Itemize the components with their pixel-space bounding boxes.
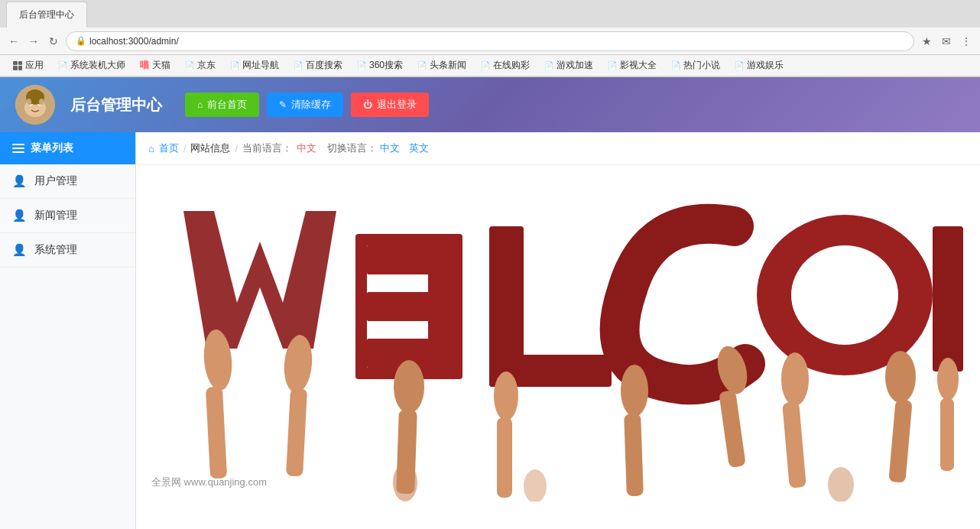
sidebar-item-news-label: 新闻管理 bbox=[34, 209, 77, 222]
doc-icon-6: 📄 bbox=[356, 60, 367, 71]
star-button[interactable]: ★ bbox=[919, 34, 934, 49]
bookmarks-bar: 应用 📄 系统装机大师 喵 天猫 📄 京东 📄 网址导航 📄 百度搜索 📄 36… bbox=[0, 55, 980, 76]
clear-cache-label: 清除缓存 bbox=[291, 98, 331, 112]
bookmark-novel-label: 热门小说 bbox=[683, 59, 720, 72]
bookmark-sysmaster-label: 系统装机大师 bbox=[70, 59, 125, 72]
svg-point-31 bbox=[791, 245, 898, 345]
svg-point-39 bbox=[393, 463, 417, 501]
bookmark-lottery-label: 在线购彩 bbox=[493, 59, 530, 72]
svg-rect-18 bbox=[367, 292, 447, 321]
clear-cache-button[interactable]: ✎ 清除缓存 bbox=[267, 92, 343, 117]
lang-switch-label: 切换语言： bbox=[327, 141, 377, 155]
sidebar-item-system-label: 系统管理 bbox=[34, 243, 77, 257]
breadcrumb-page: 网站信息 bbox=[190, 141, 230, 155]
watermark: 全景网 www.quanjing.com bbox=[151, 475, 267, 489]
bookmark-tmall-label: 天猫 bbox=[152, 59, 170, 72]
svg-point-40 bbox=[524, 469, 547, 501]
bookmark-game-ent-label: 游戏娱乐 bbox=[747, 59, 784, 72]
sidebar-item-news[interactable]: 👤 新闻管理 bbox=[0, 199, 135, 233]
doc-icon-9: 📄 bbox=[544, 60, 554, 71]
bookmark-video[interactable]: 📄 影视大全 bbox=[601, 57, 663, 74]
svg-point-32 bbox=[781, 352, 809, 406]
bookmark-jd-label: 京东 bbox=[197, 59, 216, 72]
breadcrumb-sep-2: / bbox=[235, 143, 238, 154]
address-bar[interactable]: 🔒 localhost:3000/admin/ bbox=[66, 31, 914, 51]
header-buttons: ⌂ 前台首页 ✎ 清除缓存 ⏻ 退出登录 bbox=[185, 92, 429, 117]
logo-avatar bbox=[15, 85, 55, 125]
edit-icon: ✎ bbox=[279, 99, 287, 110]
bookmark-360[interactable]: 📄 360搜索 bbox=[350, 57, 409, 74]
bookmark-game-accel[interactable]: 📄 游戏加速 bbox=[537, 57, 599, 74]
svg-rect-38 bbox=[940, 398, 954, 471]
bookmark-baidu[interactable]: 📄 百度搜索 bbox=[287, 57, 349, 74]
user-icon-2: 👤 bbox=[12, 209, 27, 222]
current-lang: 中文 bbox=[297, 141, 316, 155]
menu-button[interactable]: ⋮ bbox=[959, 34, 974, 49]
refresh-button[interactable]: ↻ bbox=[46, 34, 61, 49]
bookmark-nav-label: 网址导航 bbox=[242, 59, 279, 72]
bookmark-tmall[interactable]: 喵 天猫 bbox=[133, 57, 177, 74]
home-icon: ⌂ bbox=[197, 99, 203, 110]
app-header: 后台管理中心 ⌂ 前台首页 ✎ 清除缓存 ⏻ 退出登录 bbox=[0, 77, 980, 132]
frontend-button[interactable]: ⌂ 前台首页 bbox=[185, 92, 259, 117]
bookmark-apps[interactable]: 应用 bbox=[6, 57, 50, 74]
bookmark-apps-label: 应用 bbox=[25, 59, 44, 72]
bookmark-video-label: 影视大全 bbox=[620, 59, 657, 72]
app-title: 后台管理中心 bbox=[70, 95, 162, 115]
bookmark-button[interactable]: ✉ bbox=[939, 34, 954, 49]
breadcrumb: ⌂ 首页 / 网站信息 / 当前语言： 中文 切换语言： 中文 英文 bbox=[136, 132, 980, 165]
user-icon-3: 👤 bbox=[12, 243, 27, 257]
lang-en-button[interactable]: 英文 bbox=[409, 141, 429, 155]
sidebar-menu: 👤 用户管理 👤 新闻管理 👤 系统管理 bbox=[0, 164, 135, 268]
content-area: ⌂ 首页 / 网站信息 / 当前语言： 中文 切换语言： 中文 英文 bbox=[136, 132, 980, 529]
bookmark-lottery[interactable]: 📄 在线购彩 bbox=[474, 57, 536, 74]
svg-rect-36 bbox=[933, 226, 963, 372]
doc-icon-10: 📄 bbox=[607, 60, 618, 71]
power-icon: ⏻ bbox=[363, 99, 372, 110]
doc-icon-8: 📄 bbox=[480, 60, 491, 71]
bookmark-nav[interactable]: 📄 网址导航 bbox=[223, 57, 285, 74]
lang-zh-button[interactable]: 中文 bbox=[380, 141, 400, 155]
sidebar-item-system[interactable]: 👤 系统管理 bbox=[0, 233, 135, 268]
main-layout: 菜单列表 👤 用户管理 👤 新闻管理 👤 系统管理 ⌂ 首页 / 网站信息 / bbox=[0, 132, 980, 529]
bookmark-toutiao[interactable]: 📄 头条新闻 bbox=[410, 57, 472, 74]
doc-icon-5: 📄 bbox=[293, 60, 303, 71]
back-button[interactable]: ← bbox=[6, 34, 21, 49]
svg-point-41 bbox=[828, 467, 854, 501]
browser-tab-active[interactable]: 后台管理中心 bbox=[6, 2, 87, 28]
breadcrumb-lang-label: 当前语言： bbox=[242, 141, 292, 155]
bookmark-toutiao-label: 头条新闻 bbox=[430, 59, 466, 72]
bookmark-sysmaster[interactable]: 📄 系统装机大师 bbox=[51, 57, 131, 74]
bookmark-game-ent[interactable]: 📄 游戏娱乐 bbox=[728, 57, 790, 74]
breadcrumb-home-link[interactable]: 首页 bbox=[159, 141, 179, 155]
bookmark-novel[interactable]: 📄 热门小说 bbox=[664, 57, 726, 74]
lock-icon: 🔒 bbox=[76, 36, 86, 46]
logout-button[interactable]: ⏻ 退出登录 bbox=[351, 92, 429, 117]
svg-rect-25 bbox=[497, 417, 512, 498]
browser-chrome: 后台管理中心 ← → ↻ 🔒 localhost:3000/admin/ ★ ✉… bbox=[0, 0, 980, 77]
lang-switch-sep bbox=[403, 143, 406, 154]
svg-point-24 bbox=[494, 372, 518, 420]
doc-icon-7: 📄 bbox=[417, 60, 427, 71]
bookmark-game-accel-label: 游戏加速 bbox=[557, 59, 593, 72]
bookmark-baidu-label: 百度搜索 bbox=[306, 59, 342, 72]
breadcrumb-sep-1: / bbox=[183, 143, 187, 154]
browser-tabs: 后台管理中心 bbox=[0, 0, 980, 28]
forward-button[interactable]: → bbox=[26, 34, 41, 49]
sidebar-title: 菜单列表 bbox=[31, 141, 73, 155]
bookmark-jd[interactable]: 📄 京东 bbox=[178, 57, 222, 74]
svg-point-26 bbox=[621, 365, 648, 417]
user-icon-1: 👤 bbox=[12, 174, 27, 188]
svg-rect-27 bbox=[624, 414, 644, 497]
svg-point-20 bbox=[394, 360, 424, 414]
doc-icon-3: 📄 bbox=[184, 60, 195, 71]
bookmark-360-label: 360搜索 bbox=[369, 59, 403, 72]
apps-icon bbox=[12, 60, 23, 71]
sidebar-header: 菜单列表 bbox=[0, 132, 135, 164]
browser-toolbar: ← → ↻ 🔒 localhost:3000/admin/ ★ ✉ ⋮ bbox=[0, 28, 980, 55]
app-logo bbox=[15, 85, 55, 125]
sidebar-item-users-label: 用户管理 bbox=[34, 174, 77, 188]
sidebar-item-users[interactable]: 👤 用户管理 bbox=[0, 164, 135, 199]
svg-point-37 bbox=[937, 358, 959, 401]
logout-label: 退出登录 bbox=[377, 98, 417, 112]
